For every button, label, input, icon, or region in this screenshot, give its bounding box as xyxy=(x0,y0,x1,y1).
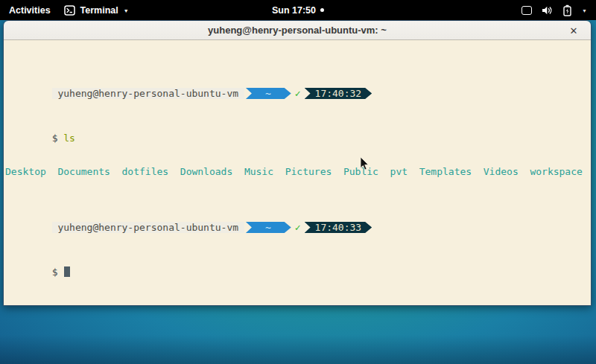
terminal-command-line: $ xyxy=(5,255,591,266)
app-menu-terminal[interactable]: Terminal ▼ xyxy=(64,5,129,16)
window-title: yuheng@henry-personal-ubuntu-vm: ~ xyxy=(208,25,387,36)
prompt-path-segment: ~ xyxy=(246,88,291,99)
gnome-top-bar: Activities Terminal ▼ Sun 17:50 xyxy=(0,0,596,20)
battery-charging-icon xyxy=(562,4,572,16)
clock-label: Sun 17:50 xyxy=(272,5,316,16)
command-text: ls xyxy=(63,132,75,144)
terminal-app-icon xyxy=(64,5,75,16)
close-icon[interactable]: ✕ xyxy=(567,21,580,40)
window-titlebar[interactable]: yuheng@henry-personal-ubuntu-vm: ~ ✕ xyxy=(4,21,591,40)
prompt-symbol: $ xyxy=(52,132,64,144)
clock-menu[interactable]: Sun 17:50 xyxy=(272,0,324,20)
prompt-user-host: yuheng@henry-personal-ubuntu-vm xyxy=(52,88,244,99)
app-menu-label: Terminal xyxy=(80,5,118,16)
terminal-output-line: Desktop Documents dotfiles Downloads Mus… xyxy=(5,166,591,177)
mouse-cursor-icon xyxy=(360,157,370,171)
prompt-user-host: yuheng@henry-personal-ubuntu-vm xyxy=(52,222,244,233)
activities-button[interactable]: Activities xyxy=(9,5,51,16)
terminal-cursor xyxy=(64,266,70,277)
prompt-path-segment: ~ xyxy=(246,222,291,233)
terminal-content[interactable]: yuheng@henry-personal-ubuntu-vm ~✓17:40:… xyxy=(4,40,591,305)
prompt-time-segment: 17:40:33 xyxy=(305,222,372,233)
notification-dot-icon xyxy=(320,8,324,12)
desktop: Activities Terminal ▼ Sun 17:50 xyxy=(0,0,596,364)
status-check-icon: ✓ xyxy=(295,222,301,233)
prompt-symbol: $ xyxy=(52,266,64,278)
system-status-area[interactable]: ▼ xyxy=(522,0,596,20)
chevron-down-icon: ▼ xyxy=(124,8,129,13)
terminal-prompt-line: yuheng@henry-personal-ubuntu-vm ~✓17:40:… xyxy=(5,77,591,88)
volume-icon xyxy=(542,5,553,16)
chevron-down-icon: ▼ xyxy=(582,8,587,13)
terminal-prompt-line: yuheng@henry-personal-ubuntu-vm ~✓17:40:… xyxy=(5,211,591,222)
terminal-window: yuheng@henry-personal-ubuntu-vm: ~ ✕ yuh… xyxy=(3,20,592,306)
terminal-command-line: $ ls xyxy=(5,121,591,132)
screen-icon xyxy=(522,6,532,15)
prompt-time-segment: 17:40:32 xyxy=(305,88,372,99)
status-check-icon: ✓ xyxy=(295,88,301,99)
